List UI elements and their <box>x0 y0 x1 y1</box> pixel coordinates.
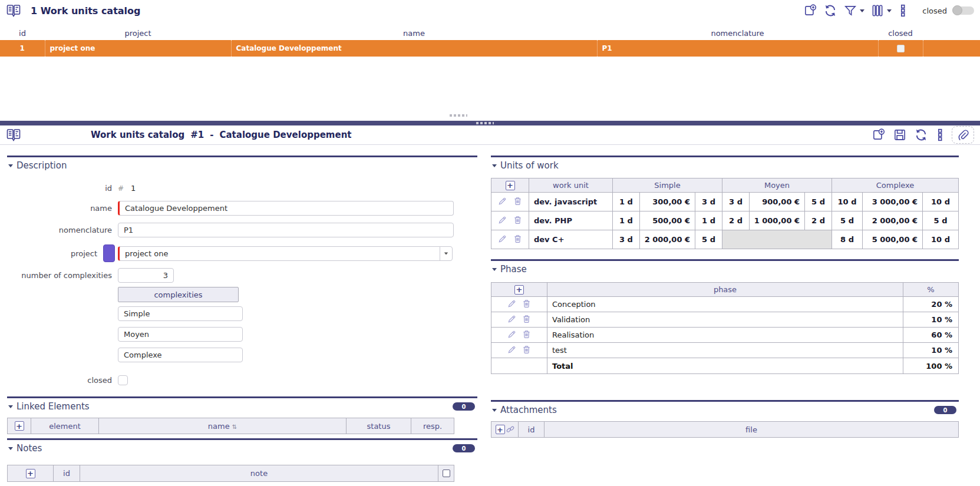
filter-icon[interactable] <box>843 4 857 18</box>
more-menu-icon[interactable] <box>935 128 945 142</box>
columns-caret-icon[interactable] <box>887 9 892 12</box>
nomenclature-input[interactable]: P1 <box>118 223 454 237</box>
add-work-unit-button[interactable] <box>506 181 515 190</box>
project-color-swatch <box>103 244 115 262</box>
edit-pencil-icon[interactable] <box>507 299 516 308</box>
linked-elements-section-header[interactable]: Linked Elements 0 <box>7 401 477 412</box>
add-attachment-button[interactable] <box>496 425 505 434</box>
edit-pencil-icon[interactable] <box>498 234 507 243</box>
description-section-header[interactable]: Description <box>7 160 477 171</box>
work-unit-name: dev C+ <box>529 230 613 249</box>
add-record-icon[interactable] <box>803 4 817 18</box>
splitter-grip-icon[interactable] <box>476 122 494 124</box>
phase-header-row: phase % <box>491 283 959 297</box>
complexities-count-input[interactable]: 3 <box>118 268 174 283</box>
phase-section-header[interactable]: Phase <box>491 264 959 275</box>
row-closed-checkbox[interactable] <box>897 45 905 52</box>
list-panel: 1 Work units catalog <box>0 0 980 121</box>
uow-value: 3 d <box>695 193 722 211</box>
splitter-collapse-handle[interactable] <box>450 114 467 117</box>
link-chain-icon[interactable] <box>506 425 514 434</box>
row-project[interactable]: project one <box>45 40 231 57</box>
linked-col-name-label: name <box>208 422 230 431</box>
edit-pencil-icon[interactable] <box>507 315 516 323</box>
phase-name: Conception <box>547 297 903 312</box>
project-dropdown-button[interactable] <box>440 246 453 261</box>
add-note-button[interactable] <box>26 469 35 478</box>
edit-pencil-icon[interactable] <box>498 197 507 206</box>
uow-value: 2 000,00 € <box>863 211 923 230</box>
attachments-section-header[interactable]: Attachments 0 <box>491 405 959 415</box>
delete-trash-icon[interactable] <box>513 197 522 206</box>
more-menu-icon[interactable] <box>897 4 908 18</box>
project-combo[interactable]: project one <box>118 246 453 261</box>
list-header-row: id project name nomenclature closed <box>0 26 980 40</box>
uow-row-actions <box>491 230 529 249</box>
units-of-work-section-header[interactable]: Units of work <box>491 160 959 171</box>
uow-row-1: dev. javascript 1 d 300,00 € 3 d 3 d 900… <box>491 193 959 211</box>
row-id[interactable]: 1 <box>0 40 45 57</box>
edit-pencil-icon[interactable] <box>507 345 516 354</box>
toggle-knob[interactable] <box>952 5 962 15</box>
delete-trash-icon[interactable] <box>513 216 522 224</box>
catalog-row-selected[interactable]: 1 project one Catalogue Developpement P1 <box>0 40 980 57</box>
delete-trash-icon[interactable] <box>522 330 531 339</box>
name-input[interactable]: Catalogue Developpement <box>118 201 454 216</box>
project-input[interactable]: project one <box>118 246 440 261</box>
attachment-paperclip-icon[interactable] <box>952 126 974 144</box>
delete-trash-icon[interactable] <box>513 234 522 243</box>
delete-trash-icon[interactable] <box>522 345 531 354</box>
collapse-triangle-icon[interactable] <box>8 164 13 167</box>
linked-elements-header-row: element name⇅ status resp. <box>8 418 454 434</box>
section-title-linked-elements: Linked Elements <box>17 401 90 412</box>
delete-trash-icon[interactable] <box>522 299 531 308</box>
notes-select-checkbox[interactable] <box>443 470 450 477</box>
closed-filter-toggle[interactable] <box>953 6 974 15</box>
attachments-header-row: id file <box>491 422 959 438</box>
complexities-button[interactable]: complexities <box>118 287 239 302</box>
refresh-icon[interactable] <box>914 128 928 142</box>
complexity-3-input[interactable]: Complexe <box>118 348 243 362</box>
collapse-triangle-icon[interactable] <box>492 268 497 271</box>
complexity-1-input[interactable]: Simple <box>118 306 243 321</box>
collapse-triangle-icon[interactable] <box>8 405 13 408</box>
add-record-icon[interactable] <box>872 128 886 142</box>
row-closed-cell[interactable] <box>878 40 923 57</box>
collapse-triangle-icon[interactable] <box>8 447 13 450</box>
sort-icon[interactable]: ⇅ <box>232 424 237 430</box>
add-linked-element-button[interactable] <box>15 421 24 431</box>
edit-pencil-icon[interactable] <box>498 216 507 224</box>
row-name[interactable]: Catalogue Developpement <box>231 40 597 57</box>
phase-total-value: 100 % <box>903 358 959 374</box>
work-unit-name: dev. PHP <box>529 211 613 230</box>
row-nomenclature[interactable]: P1 <box>597 40 878 57</box>
phase-row-1: Conception 20 % <box>491 297 959 312</box>
attachments-count-badge: 0 <box>934 406 956 414</box>
nomenclature-label: nomenclature <box>7 226 118 234</box>
collapse-triangle-icon[interactable] <box>492 409 497 412</box>
notes-section-header[interactable]: Notes 0 <box>7 443 477 454</box>
phase-row-actions <box>491 343 547 358</box>
complexity-2-input[interactable]: Moyen <box>118 327 243 342</box>
closed-checkbox[interactable] <box>118 375 128 385</box>
edit-pencil-icon[interactable] <box>507 330 516 339</box>
columns-menu[interactable] <box>870 4 892 18</box>
page-title: 1 Work units catalog <box>31 5 141 16</box>
filter-menu[interactable] <box>843 4 864 18</box>
attachments-col-id: id <box>519 422 545 438</box>
filter-caret-icon[interactable] <box>860 9 864 12</box>
catalog-book-icon <box>6 4 21 18</box>
uow-header-row: work unit Simple Moyen Complexe <box>491 178 959 193</box>
delete-trash-icon[interactable] <box>522 315 531 323</box>
notes-header-row: id note <box>8 465 454 482</box>
catalog-list-table: id project name nomenclature closed 1 pr… <box>0 26 980 57</box>
add-phase-button[interactable] <box>514 285 524 295</box>
refresh-icon[interactable] <box>823 4 837 18</box>
panel-splitter[interactable] <box>0 121 980 125</box>
detail-title-main: Work units catalog <box>91 130 184 140</box>
phase-total-label: Total <box>547 358 903 374</box>
collapse-triangle-icon[interactable] <box>492 164 497 167</box>
save-icon[interactable] <box>893 128 907 142</box>
columns-icon[interactable] <box>870 4 885 18</box>
col-header-nomenclature: nomenclature <box>597 26 878 40</box>
